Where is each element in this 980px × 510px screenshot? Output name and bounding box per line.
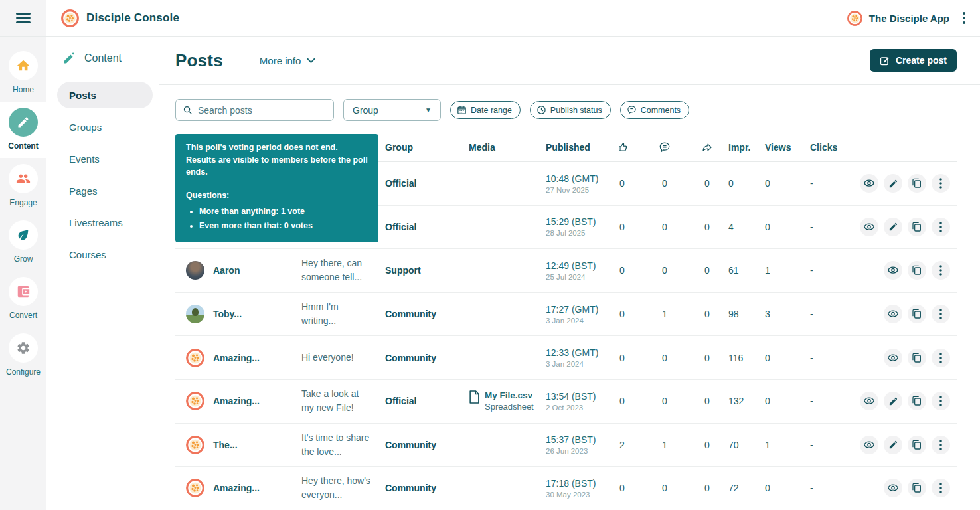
comments-column-icon [643,141,686,153]
pencil-icon [888,179,898,189]
row-menu-kebab-icon[interactable] [932,436,950,454]
rail-item-engage[interactable]: Engage [0,158,46,214]
duplicate-post-button[interactable] [908,436,926,454]
view-post-button[interactable] [884,261,902,280]
posts-table: Group Media Published Impr. Views Clicks [175,133,957,510]
view-post-button[interactable] [884,479,902,497]
shares-count: 0 [686,178,728,189]
row-menu-kebab-icon[interactable] [932,174,950,193]
table-row[interactable]: Amazing... Take a look at my new File! O… [175,380,957,424]
group-filter-select[interactable]: Group ▼ [343,99,441,121]
row-menu-kebab-icon[interactable] [932,392,950,410]
post-media[interactable]: My File.csvSpreadsheet [469,390,546,412]
header-clicks: Clicks [810,142,857,153]
published-date: 3 Jan 2024 [546,360,601,368]
create-post-button[interactable]: Create post [870,49,957,72]
row-menu-kebab-icon[interactable] [932,305,950,323]
sidenav-item-events[interactable]: Events [57,143,153,175]
duplicate-post-button[interactable] [908,174,926,193]
impressions-count: 4 [728,222,765,232]
gear-icon [16,341,31,355]
views-count: 0 [765,178,810,189]
row-menu-kebab-icon[interactable] [932,261,950,280]
date-range-filter-button[interactable]: Date range [450,101,521,119]
app-menu-kebab-icon[interactable] [956,8,972,28]
sidenav-item-livestreams[interactable]: Livestreams [57,207,153,238]
more-info-button[interactable]: More info [260,55,316,66]
shares-count: 0 [686,353,728,363]
table-row[interactable]: Amazing... Hey there, how's everyon... C… [175,467,957,510]
impressions-count: 61 [728,265,765,276]
view-post-button[interactable] [860,174,878,193]
row-menu-kebab-icon[interactable] [932,479,950,497]
rail-item-grow[interactable]: Grow [0,214,46,271]
views-count: 0 [765,396,810,406]
eye-icon [887,308,899,320]
rail-item-configure[interactable]: Configure [0,327,46,384]
comment-icon [627,105,637,115]
shares-count: 0 [686,309,728,319]
view-post-button[interactable] [884,305,902,323]
view-post-button[interactable] [860,218,878,236]
search-posts-box[interactable] [175,99,334,121]
hamburger-menu-icon[interactable] [16,13,31,23]
rail-item-home[interactable]: Home [0,45,46,102]
main-content: Posts More info Create post Group ▼ [159,37,980,510]
post-author: Amazing... [213,483,260,493]
post-author: The... [213,440,238,450]
row-menu-kebab-icon[interactable] [932,218,950,236]
avatar [186,436,204,454]
rail-item-convert[interactable]: Convert [0,271,46,327]
table-row[interactable]: Amazing... Hi everyone! Community 12:33 … [175,336,957,380]
rail-item-content[interactable]: Content [0,102,46,158]
app-name: The Disciple App [869,13,949,24]
duplicate-post-button[interactable] [908,305,926,323]
table-row[interactable]: Aaron Hey there, can someone tell... Sup… [175,249,957,293]
media-file-name: My File.csv [485,390,534,400]
view-post-button[interactable] [860,392,878,410]
search-input[interactable] [198,105,327,116]
published-date: 25 Jul 2024 [546,273,601,281]
view-post-button[interactable] [884,349,902,367]
duplicate-post-button[interactable] [908,218,926,236]
console-title: Disciple Console [86,11,179,25]
media-file-type: Spreadsheet [485,402,534,412]
view-post-button[interactable] [860,436,878,454]
eye-icon [863,439,875,451]
impressions-count: 72 [728,483,765,493]
table-row[interactable]: The... It's time to share the love... Co… [175,424,957,468]
duplicate-post-button[interactable] [908,392,926,410]
table-row[interactable]: Toby... Hmm I'm writing... Community 17:… [175,293,957,337]
views-count: 1 [765,265,810,276]
comments-filter-button[interactable]: Comments [620,101,689,119]
duplicate-post-button[interactable] [908,479,926,497]
sidenav-item-posts[interactable]: Posts [57,82,153,108]
chevron-down-icon [307,58,315,64]
sidenav-item-courses[interactable]: Courses [57,238,153,270]
published-date: 28 Jul 2025 [546,229,601,237]
duplicate-post-button[interactable] [908,349,926,367]
edit-post-button[interactable] [884,436,902,454]
edit-post-button[interactable] [884,174,902,193]
likes-count: 2 [601,440,643,450]
publish-status-filter-button[interactable]: Publish status [530,101,611,119]
post-snippet: Hey there, how's everyon... [301,474,385,502]
post-author: Amazing... [213,396,260,406]
pencil-icon [888,440,898,450]
sidenav-item-pages[interactable]: Pages [57,175,153,207]
views-count: 0 [765,222,810,232]
copy-icon [912,483,922,493]
impressions-count: 116 [728,353,765,363]
copy-icon [912,178,922,189]
published-date: 26 Jun 2023 [546,447,601,455]
row-menu-kebab-icon[interactable] [932,349,950,367]
app-logo-icon [847,11,862,26]
sidenav-item-groups[interactable]: Groups [57,111,153,143]
duplicate-post-button[interactable] [908,261,926,280]
edit-post-button[interactable] [884,392,902,410]
likes-count: 0 [601,483,643,493]
edit-post-button[interactable] [884,218,902,236]
comments-count: 0 [643,353,686,363]
tooltip-question-item: More than anything: 1 vote [199,205,368,218]
pencil-icon [888,222,898,232]
